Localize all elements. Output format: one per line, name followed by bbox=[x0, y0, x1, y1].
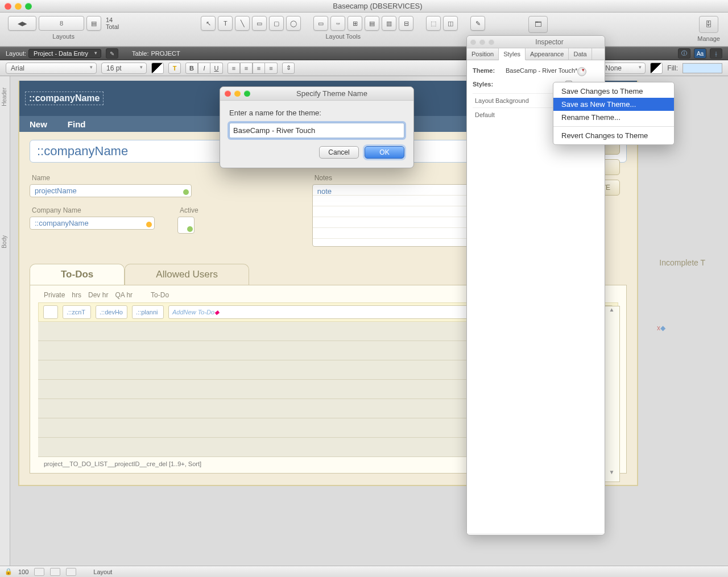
zoom-value[interactable]: 100 bbox=[18, 568, 28, 575]
qahr-cell[interactable]: .::planni bbox=[132, 305, 164, 319]
tab-tool-icon[interactable]: ⊞ bbox=[348, 16, 362, 31]
active-label: Active bbox=[180, 206, 198, 214]
company-name-field[interactable]: ::companyName bbox=[30, 217, 155, 230]
underline-button[interactable]: U bbox=[210, 63, 223, 74]
dialog-titlebar[interactable]: Specify Theme Name bbox=[220, 87, 413, 101]
text-tool-icon[interactable]: T bbox=[218, 16, 233, 31]
header-company-field[interactable]: ::companyName bbox=[25, 92, 104, 105]
view-as-form-icon[interactable] bbox=[50, 568, 60, 576]
oval-tool-icon[interactable]: ◯ bbox=[286, 16, 301, 31]
align-buttons: ≡ ≡ ≡ ≡ bbox=[228, 63, 278, 74]
line-style-dropdown[interactable]: None bbox=[600, 63, 646, 74]
zoom-icon[interactable] bbox=[244, 90, 250, 97]
close-icon[interactable] bbox=[5, 3, 11, 10]
theme-context-menu[interactable]: Save Changes to Theme Save as New Theme.… bbox=[553, 82, 675, 145]
font-size-dropdown[interactable]: 16 pt bbox=[101, 63, 147, 74]
lookup-icon[interactable] bbox=[146, 222, 152, 227]
layouts-icon[interactable]: ▤ bbox=[86, 16, 101, 31]
chart-tool-icon[interactable]: ▥ bbox=[382, 16, 396, 31]
theme-label: Theme: bbox=[473, 67, 500, 74]
menu-revert-changes[interactable]: Revert Changes to Theme bbox=[553, 129, 674, 142]
popover-tool-icon[interactable]: ◫ bbox=[443, 16, 458, 31]
scroll-up-icon[interactable]: ▲ bbox=[604, 306, 619, 316]
nav-find[interactable]: Find bbox=[57, 119, 96, 129]
fill-swatch[interactable] bbox=[682, 63, 722, 73]
private-cell[interactable] bbox=[43, 305, 58, 319]
minimize-icon[interactable] bbox=[15, 3, 22, 10]
tab-todos[interactable]: To-Dos bbox=[30, 264, 125, 285]
devhr-cell[interactable]: .::devHo bbox=[96, 305, 127, 319]
lookup-icon[interactable] bbox=[187, 226, 193, 232]
button-tool-icon[interactable]: ⬚ bbox=[426, 16, 441, 31]
active-checkbox-field[interactable] bbox=[177, 217, 195, 234]
inspector-titlebar[interactable]: Inspector bbox=[467, 36, 605, 48]
tab-position[interactable]: Position bbox=[467, 48, 499, 60]
field-tool-icon[interactable]: ▭ bbox=[313, 16, 328, 31]
zoom-fit-icon[interactable] bbox=[34, 568, 44, 576]
portal-scrollbar[interactable]: ▲ ▼ bbox=[604, 306, 620, 482]
info-icon[interactable]: ⓘ bbox=[678, 48, 690, 59]
incomplete-text: Incomplete T bbox=[659, 258, 705, 267]
text-color-icon[interactable] bbox=[151, 63, 164, 74]
layout-tools-label: Layout Tools bbox=[325, 33, 361, 40]
lookup-icon[interactable] bbox=[183, 189, 189, 195]
webviewer-tool-icon[interactable]: ⊟ bbox=[399, 16, 413, 31]
manage-group: 🗄 Manage bbox=[697, 16, 720, 42]
format-painter-icon[interactable]: ✎ bbox=[470, 16, 485, 31]
tab-appearance[interactable]: Appearance bbox=[526, 48, 569, 60]
rrect-tool-icon[interactable]: ▢ bbox=[269, 16, 284, 31]
new-layout-icon[interactable]: 🗔 bbox=[528, 16, 548, 33]
pointer-tool-icon[interactable]: ↖ bbox=[201, 16, 216, 31]
cancel-button[interactable]: Cancel bbox=[319, 146, 359, 159]
tab-data[interactable]: Data bbox=[569, 48, 592, 60]
scroll-down-icon[interactable]: ▼ bbox=[604, 469, 619, 478]
aa-icon[interactable]: Aa bbox=[694, 48, 706, 59]
layout-tools-group: ↖ T ╲ ▭ ▢ ◯ ▭ ⎃ ⊞ ▤ ▥ ⊟ ⬚ ◫ ✎ Layout Too… bbox=[201, 16, 485, 40]
line-color-icon[interactable] bbox=[650, 63, 663, 74]
record-nav-button[interactable]: ◀▶ bbox=[8, 16, 36, 31]
menu-rename-theme[interactable]: Rename Theme... bbox=[553, 111, 674, 124]
ok-button[interactable]: OK bbox=[365, 146, 404, 159]
main-toolbar: ◀▶ 8 ▤ 14 Total Layouts ↖ T ╲ ▭ ▢ ◯ ▭ ⎃ … bbox=[0, 13, 728, 47]
project-name-field[interactable]: projectName bbox=[30, 184, 192, 197]
tab-allowed-users[interactable]: Allowed Users bbox=[125, 264, 249, 285]
align-center-icon[interactable]: ≡ bbox=[240, 63, 253, 74]
fieldlabel-tool-icon[interactable]: ⎃ bbox=[330, 16, 345, 31]
close-icon[interactable] bbox=[225, 90, 231, 97]
italic-button[interactable]: I bbox=[198, 63, 210, 74]
manage-icon[interactable]: 🗄 bbox=[699, 16, 718, 33]
align-left-icon[interactable]: ≡ bbox=[228, 63, 240, 74]
portal-tool-icon[interactable]: ▤ bbox=[365, 16, 379, 31]
align-justify-icon[interactable]: ≡ bbox=[265, 63, 278, 74]
font-dropdown[interactable]: Arial bbox=[6, 63, 97, 74]
nav-new[interactable]: New bbox=[19, 119, 57, 129]
theme-dropdown[interactable]: BaseCamp - River Touch* bbox=[503, 66, 588, 75]
lock-icon[interactable]: 🔒 bbox=[5, 568, 13, 575]
record-slider[interactable]: 8 bbox=[39, 16, 84, 31]
bold-button[interactable]: B bbox=[185, 63, 198, 74]
window-traffic-lights[interactable] bbox=[5, 3, 32, 10]
edit-layout-icon[interactable]: ✎ bbox=[106, 48, 118, 59]
minimize-icon[interactable] bbox=[234, 90, 241, 97]
tab-styles[interactable]: Styles bbox=[499, 48, 526, 60]
align-right-icon[interactable]: ≡ bbox=[253, 63, 265, 74]
view-as-list-icon[interactable] bbox=[66, 568, 76, 576]
layout-dropdown[interactable]: Project - Data Entry bbox=[28, 49, 101, 58]
inspector-title: Inspector bbox=[494, 38, 605, 46]
highlight-icon[interactable]: T bbox=[168, 63, 181, 74]
minimize-icon[interactable] bbox=[479, 39, 485, 45]
zoom-icon[interactable] bbox=[25, 3, 32, 10]
theme-name-input[interactable] bbox=[229, 123, 404, 138]
table-label: Table: bbox=[132, 50, 148, 57]
specify-theme-dialog[interactable]: Specify Theme Name Enter a name for the … bbox=[220, 86, 414, 168]
mode-label: Layout bbox=[93, 568, 112, 575]
menu-save-as-new[interactable]: Save as New Theme... bbox=[553, 98, 674, 111]
hrs-cell[interactable]: .::zcnT bbox=[63, 305, 91, 319]
menu-save-changes[interactable]: Save Changes to Theme bbox=[553, 85, 674, 98]
close-icon[interactable] bbox=[470, 39, 476, 45]
ruler-icon[interactable]: ⟊ bbox=[710, 48, 722, 59]
line-tool-icon[interactable]: ╲ bbox=[235, 16, 250, 31]
rect-tool-icon[interactable]: ▭ bbox=[252, 16, 267, 31]
line-spacing-icon[interactable]: ⇕ bbox=[282, 63, 295, 74]
zoom-icon[interactable] bbox=[489, 39, 494, 45]
